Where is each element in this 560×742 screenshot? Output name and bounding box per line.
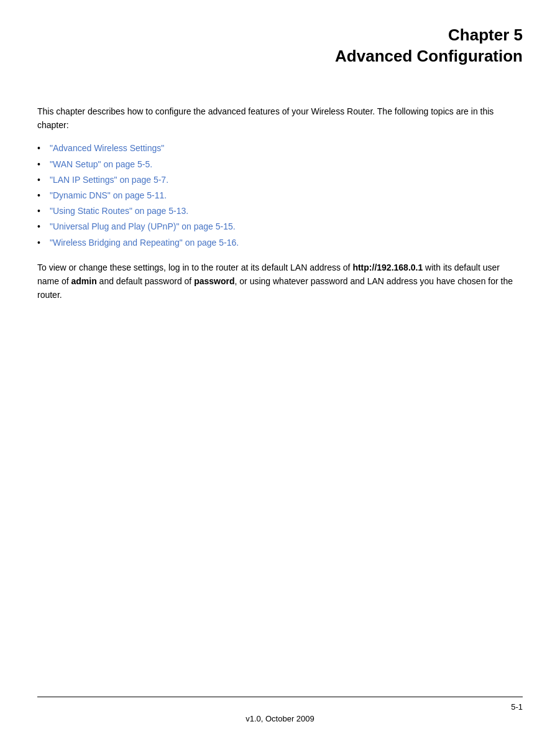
link-lan-ip[interactable]: "LAN IP Settings" on page 5-7. — [50, 175, 168, 185]
list-item: "LAN IP Settings" on page 5-7. — [37, 172, 523, 188]
page: Chapter 5 Advanced Configuration This ch… — [0, 0, 560, 742]
list-item: "Using Static Routes" on page 5-13. — [37, 203, 523, 219]
chapter-label: Chapter 5 — [37, 25, 523, 46]
body-paragraph: To view or change these settings, log in… — [37, 261, 523, 302]
link-wan-setup[interactable]: "WAN Setup" on page 5-5. — [50, 159, 152, 169]
list-item: "Dynamic DNS" on page 5-11. — [37, 188, 523, 203]
list-item: "Wireless Bridging and Repeating" on pag… — [37, 235, 523, 251]
link-static-routes[interactable]: "Using Static Routes" on page 5-13. — [50, 206, 188, 216]
footer-rule — [37, 697, 523, 697]
username-text: admin — [71, 276, 96, 286]
page-header: Chapter 5 Advanced Configuration — [37, 25, 523, 67]
page-title: Advanced Configuration — [37, 46, 523, 67]
link-advanced-wireless[interactable]: "Advanced Wireless Settings" — [50, 143, 164, 153]
list-item: "WAN Setup" on page 5-5. — [37, 157, 523, 172]
body-middle2: and default password of — [97, 276, 194, 286]
page-footer: 5-1 v1.0, October 2009 — [0, 697, 560, 723]
list-item: "Universal Plug and Play (UPnP)" on page… — [37, 219, 523, 234]
intro-paragraph: This chapter describes how to configure … — [37, 104, 523, 132]
link-upnp[interactable]: "Universal Plug and Play (UPnP)" on page… — [50, 221, 236, 231]
list-item: "Advanced Wireless Settings" — [37, 141, 523, 156]
version-label: v1.0, October 2009 — [37, 714, 523, 723]
link-wireless-bridging[interactable]: "Wireless Bridging and Repeating" on pag… — [50, 238, 239, 248]
url-text: http://192.168.0.1 — [352, 262, 423, 272]
link-dynamic-dns[interactable]: "Dynamic DNS" on page 5-11. — [50, 190, 167, 200]
body-prefix: To view or change these settings, log in… — [37, 262, 352, 272]
password-text: password — [194, 276, 234, 286]
topic-list: "Advanced Wireless Settings" "WAN Setup"… — [37, 141, 523, 250]
page-number: 5-1 — [37, 702, 523, 712]
